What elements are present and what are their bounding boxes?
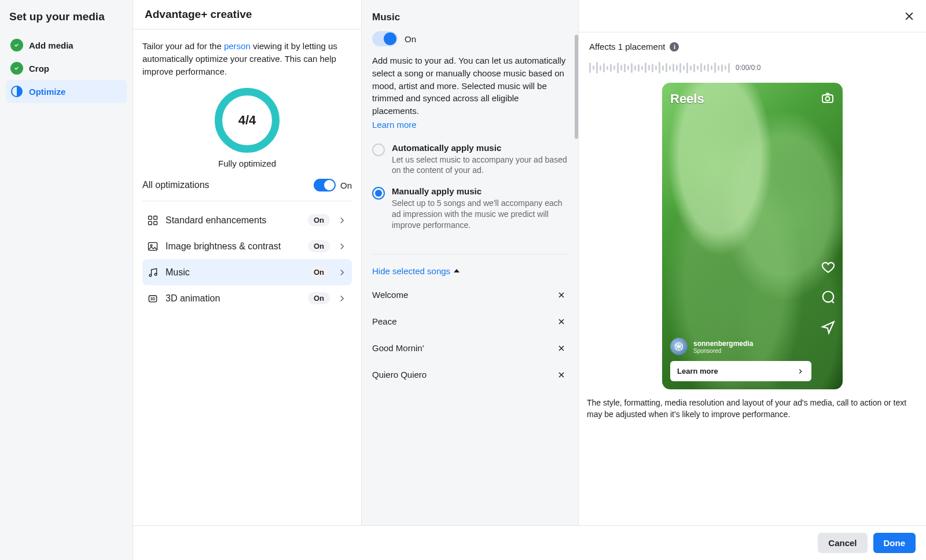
- song-row: Quiero Quiero: [372, 362, 568, 388]
- affects-label: Affects 1 placement: [589, 42, 665, 51]
- cancel-button[interactable]: Cancel: [818, 533, 867, 553]
- detail-title: Music: [372, 12, 568, 23]
- half-circle-icon: [10, 85, 23, 98]
- avatar: [670, 338, 688, 355]
- send-icon[interactable]: [821, 320, 836, 337]
- radio-sublabel: Let us select music to accompany your ad…: [392, 154, 568, 176]
- music-description: Add music to your ad. You can let us aut…: [372, 54, 568, 131]
- radio-auto-music[interactable]: Automatically apply music Let us select …: [372, 143, 568, 176]
- music-detail-panel: Music On Add music to your ad. You can l…: [362, 0, 579, 560]
- radio-sublabel: Select up to 5 songs and we'll accompany…: [392, 198, 568, 231]
- triangle-up-icon: [454, 269, 460, 272]
- opt-label: Music: [166, 267, 301, 278]
- chevron-right-icon: [337, 267, 347, 278]
- svg-rect-11: [822, 95, 833, 102]
- opt-image-brightness[interactable]: Image brightness & contrast On: [142, 233, 352, 259]
- reel-preview: Reels sonnenbergmedia Sponsored: [662, 83, 843, 389]
- header: Advantage+ creative: [133, 0, 361, 30]
- check-icon: [10, 39, 23, 51]
- song-name: Quiero Quiero: [372, 370, 427, 380]
- image-icon: [147, 241, 159, 252]
- optimization-ring: 4/4: [215, 88, 280, 153]
- chevron-right-icon: [337, 215, 347, 226]
- cta-label: Learn more: [677, 367, 718, 375]
- svg-point-6: [150, 245, 152, 246]
- radio-manual-music[interactable]: Manually apply music Select up to 5 song…: [372, 186, 568, 231]
- song-row: Good Mornin': [372, 335, 568, 362]
- opt-3d-animation[interactable]: 3D 3D animation On: [142, 285, 352, 311]
- radio-label: Manually apply music: [392, 186, 568, 196]
- svg-point-13: [823, 292, 833, 302]
- all-optimizations-toggle[interactable]: [314, 179, 336, 191]
- ring-caption: Fully optimized: [218, 159, 276, 168]
- opt-music[interactable]: Music On: [142, 259, 352, 285]
- all-optimizations-label: All optimizations: [142, 180, 210, 190]
- step-label: Optimize: [29, 87, 65, 97]
- opt-label: Image brightness & contrast: [166, 241, 301, 252]
- radio-icon: [372, 143, 385, 156]
- opt-state-pill: On: [308, 292, 330, 304]
- optimizations-list: Standard enhancements On Image brightnes…: [142, 207, 352, 311]
- all-optimizations-state: On: [340, 180, 352, 190]
- reel-user-row[interactable]: sonnenbergmedia Sponsored: [670, 338, 811, 355]
- song-row: Welcome: [372, 282, 568, 308]
- svg-rect-1: [149, 216, 152, 219]
- close-button[interactable]: [903, 10, 916, 23]
- waveform[interactable]: [589, 60, 730, 76]
- time-label: 0:00/0:0: [736, 64, 760, 72]
- svg-point-7: [149, 274, 152, 277]
- remove-song-button[interactable]: [555, 289, 568, 301]
- step-add-media[interactable]: Add media: [6, 34, 127, 57]
- preview-column: Affects 1 placement i 0:00/0:0 Reels: [579, 0, 926, 560]
- footer: Cancel Done: [133, 525, 926, 560]
- music-toggle[interactable]: [372, 31, 398, 46]
- svg-rect-5: [149, 242, 157, 250]
- remove-song-button[interactable]: [555, 315, 568, 328]
- opt-state-pill: On: [308, 266, 330, 278]
- chevron-right-icon: [337, 241, 347, 252]
- song-name: Welcome: [372, 290, 408, 300]
- svg-rect-3: [149, 221, 152, 224]
- opt-standard-enhancements[interactable]: Standard enhancements On: [142, 207, 352, 233]
- hide-songs-toggle[interactable]: Hide selected songs: [372, 266, 568, 276]
- remove-song-button[interactable]: [555, 342, 568, 355]
- svg-point-8: [155, 273, 157, 275]
- comment-icon[interactable]: [821, 290, 836, 307]
- music-mode-radio-group: Automatically apply music Let us select …: [372, 143, 568, 255]
- sidebar-title: Set up your media: [6, 10, 127, 34]
- music-icon: [147, 267, 159, 278]
- opt-state-pill: On: [308, 214, 330, 226]
- cube-icon: 3D: [147, 293, 159, 304]
- cta-button[interactable]: Learn more: [670, 361, 811, 381]
- opt-label: Standard enhancements: [166, 215, 301, 226]
- intro-link-person[interactable]: person: [224, 41, 251, 51]
- selected-songs-section: Hide selected songs Welcome Peace Good M…: [372, 266, 568, 388]
- svg-rect-2: [154, 216, 157, 219]
- reel-title: Reels: [670, 91, 704, 106]
- grid-icon: [147, 215, 159, 226]
- opt-state-pill: On: [308, 240, 330, 252]
- svg-point-12: [826, 97, 830, 101]
- step-crop[interactable]: Crop: [6, 57, 127, 80]
- info-icon[interactable]: i: [670, 42, 679, 51]
- svg-text:3D: 3D: [150, 297, 156, 301]
- page-title: Advantage+ creative: [145, 8, 252, 21]
- main-column: Advantage+ creative Tailor your ad for t…: [133, 0, 362, 560]
- hide-songs-label: Hide selected songs: [372, 266, 450, 276]
- heart-icon[interactable]: [821, 260, 836, 277]
- sponsored-label: Sponsored: [693, 348, 753, 354]
- chevron-right-icon: [337, 293, 347, 304]
- radio-icon: [372, 187, 385, 200]
- music-description-text: Add music to your ad. You can let us aut…: [372, 56, 565, 116]
- done-button[interactable]: Done: [873, 533, 916, 553]
- sidebar: Set up your media Add media Crop Optimiz…: [0, 0, 133, 560]
- camera-icon[interactable]: [821, 91, 835, 107]
- svg-rect-4: [154, 221, 157, 224]
- intro-prefix: Tailor your ad for the: [142, 41, 224, 51]
- remove-song-button[interactable]: [555, 369, 568, 381]
- music-learn-more-link[interactable]: Learn more: [372, 119, 568, 131]
- song-name: Good Mornin': [372, 343, 424, 353]
- step-optimize[interactable]: Optimize: [6, 80, 127, 103]
- radio-label: Automatically apply music: [392, 143, 568, 153]
- opt-label: 3D animation: [166, 293, 301, 304]
